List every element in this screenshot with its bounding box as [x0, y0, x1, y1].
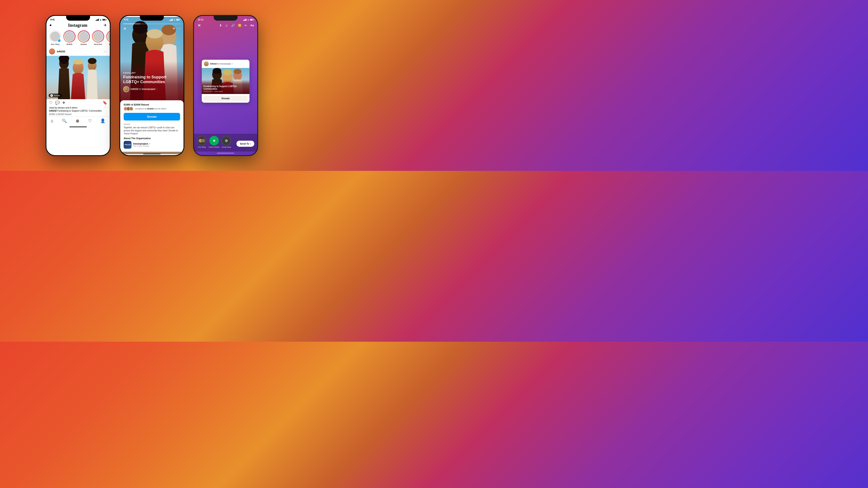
- share-card-area: lofti232 for trevorproject ✓: [194, 29, 257, 134]
- nav-home-icon[interactable]: ⌂: [51, 118, 53, 123]
- comment-icon[interactable]: 💬: [55, 101, 60, 105]
- share-icon[interactable]: ✈: [62, 101, 65, 105]
- send-to-arrow-icon: ›: [250, 142, 251, 145]
- instagram-header: ● Instagram ✈: [46, 22, 110, 29]
- story-progress-fill: [123, 24, 141, 24]
- caption-text: Fundraising to Support LGBTQ+ Communitie…: [57, 110, 102, 112]
- avatar-kenzoere: [93, 31, 103, 42]
- nav-add-icon[interactable]: ⊕: [76, 118, 80, 123]
- your-story-avatars: [198, 139, 205, 143]
- avatar-eloears: [78, 31, 89, 42]
- phone-3-share-story: 12:11 ▲ ✕ ⬇ ☺ 🔗 😊 ✏ Aa: [193, 15, 258, 156]
- post-username[interactable]: lofti232: [57, 50, 102, 53]
- post-avatar: [49, 49, 55, 55]
- status-time-2: 9:41: [124, 19, 128, 21]
- share-card-verified: ✓: [232, 63, 234, 65]
- emoji-icon[interactable]: ☺: [225, 24, 228, 27]
- share-option-close-friends[interactable]: ★ Close Friends: [209, 136, 219, 148]
- caption-username: lofti232: [49, 110, 57, 112]
- download-icon[interactable]: ⬇: [219, 24, 222, 27]
- close-friends-circle: ★: [209, 136, 219, 145]
- group-story-circle: ⊕: [221, 136, 231, 145]
- story-top-controls: ✕ ✈ ···: [123, 26, 181, 31]
- story-label-own: Your Story: [51, 43, 60, 46]
- org-row: TREVOR trevorproject ✓ The Trevor Projec…: [124, 141, 180, 149]
- status-time-1: 9:41: [50, 19, 55, 21]
- nav-profile-icon[interactable]: 👤: [100, 118, 105, 123]
- status-icons-3: ▲: [243, 19, 253, 21]
- donate-badge[interactable]: ♥ Donate: [49, 93, 62, 97]
- add-story-badge: +: [58, 39, 61, 42]
- likes-text: Liked by eloears and 8 others: [49, 107, 78, 109]
- avatar-divdivk: [64, 31, 75, 42]
- story-progress: [123, 24, 181, 24]
- share-card-image: Fundraising to Support LGBTQ+ Communitie…: [202, 68, 249, 94]
- story-share-icon[interactable]: ✈: [173, 27, 175, 31]
- camera-icon[interactable]: ●: [50, 23, 52, 27]
- nav-heart-icon[interactable]: ♡: [88, 118, 92, 123]
- story-close-icon[interactable]: ✕: [123, 26, 126, 31]
- close-friends-label: Close Friends: [209, 146, 219, 148]
- story-item-divdivk[interactable]: divdivk: [63, 30, 75, 46]
- save-icon[interactable]: 🔖: [103, 101, 107, 105]
- share-card: lofti232 for trevorproject ✓: [202, 60, 249, 103]
- wifi-icon-3: ▲: [247, 19, 249, 21]
- post-more-icon[interactable]: ···: [104, 50, 107, 53]
- sticker-icon[interactable]: 😊: [238, 24, 242, 27]
- share-option-group-story[interactable]: ⊕ Group Story: [221, 136, 231, 148]
- story-label-sapph: sapph...: [109, 43, 110, 46]
- story-amount-raised: $1880 of $2000 Raised: [124, 103, 180, 106]
- signal-icon-3: [243, 19, 246, 21]
- status-icons-1: ▲: [96, 19, 106, 21]
- battery-icon-1: [102, 19, 106, 21]
- story-username: lofti232: [131, 88, 138, 90]
- story-editor-tools: ⬇ ☺ 🔗 😊 ✏ Aa: [219, 24, 254, 27]
- donor-others: and 48 others: [154, 108, 166, 110]
- story-description: Together, we can ensure LGBTQ+ youth in …: [124, 126, 180, 135]
- post-raised: $1880 of $2000 Raised: [46, 113, 110, 116]
- donate-badge-icon: ♥: [50, 94, 53, 97]
- story-ring-sapph: [106, 30, 110, 42]
- like-icon[interactable]: ♡: [49, 101, 53, 105]
- share-options-row: Your Story ★ Close Friends ⊕ G: [197, 136, 254, 150]
- share-option-your-story[interactable]: Your Story: [197, 136, 207, 148]
- text-icon[interactable]: Aa: [250, 24, 254, 27]
- share-card-user: lofti232 for trevorproject ✓: [210, 63, 234, 65]
- send-icon[interactable]: ✈: [104, 23, 107, 28]
- share-card-donate-button[interactable]: Donate: [204, 96, 248, 101]
- story-item-kenzoere[interactable]: kenzoere: [92, 30, 104, 46]
- org-verified-badge: ✓: [149, 143, 150, 145]
- days-left-tag: 8 DAYS LEFT: [123, 72, 181, 74]
- link-icon[interactable]: 🔗: [231, 24, 235, 27]
- battery-icon-3: [250, 19, 253, 21]
- story-item-eloears[interactable]: eloears: [78, 30, 90, 46]
- send-to-button[interactable]: Send To ›: [237, 141, 254, 147]
- donor-name: divdivk: [147, 108, 154, 110]
- nav-search-icon[interactable]: 🔍: [62, 118, 67, 123]
- story-donors-text: Donations by divdivk and 48 others: [135, 108, 166, 110]
- donate-badge-label: Donate: [54, 94, 60, 96]
- story-overlay-content: $1880 of $2000 Raised Donations by divdi…: [120, 100, 184, 152]
- close-friends-star-icon: ★: [212, 138, 216, 143]
- story-text-overlay: 8 DAYS LEFT Fundraising to Support LGBTQ…: [123, 72, 181, 92]
- post-header: lofti232 ···: [46, 47, 110, 56]
- draw-icon[interactable]: ✏: [245, 24, 247, 27]
- status-time-3: 12:11: [198, 19, 204, 21]
- story-item-own[interactable]: + Your Story: [49, 30, 61, 46]
- story-label-eloears: eloears: [81, 43, 87, 46]
- story-editor-close-icon[interactable]: ✕: [197, 23, 201, 28]
- share-card-header: lofti232 for trevorproject ✓: [202, 60, 249, 68]
- svg-point-18: [213, 68, 221, 74]
- signal-icon-2: [169, 19, 173, 21]
- story-more-icon[interactable]: ···: [178, 27, 181, 31]
- status-icons-2: ▲: [169, 19, 180, 21]
- your-story-label: Your Story: [198, 146, 206, 148]
- story-ring-kenzoere: [92, 30, 104, 42]
- story-item-sapph[interactable]: sapph...: [106, 30, 110, 46]
- story-donors: Donations by divdivk and 48 others: [124, 107, 180, 111]
- svg-point-20: [234, 69, 242, 74]
- status-bar-2: 9:41 ▲: [120, 16, 184, 22]
- donate-button[interactable]: Donate: [124, 113, 180, 120]
- verified-badge: ✓: [156, 88, 158, 90]
- send-to-label: Send To: [240, 142, 249, 145]
